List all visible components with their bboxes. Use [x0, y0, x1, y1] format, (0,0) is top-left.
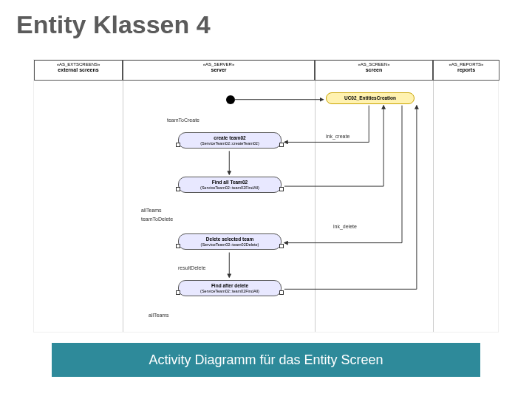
- label-team-to-create: teamToCreate: [167, 117, 200, 123]
- lane-stereo: «AS_REPORTS»: [434, 62, 499, 67]
- label-lnk-delete: lnk_delete: [333, 224, 357, 229]
- swimlane-header-row: «AS_EXTSCREENS» external screens «AS_SER…: [34, 60, 498, 82]
- activity-name: Find all Team02: [182, 180, 278, 185]
- slide-title: Entity Klassen 4: [16, 10, 211, 39]
- pin-icon: [279, 290, 284, 295]
- activity-find-after-delete: Find after delete (ServiceTeam02::team02…: [178, 280, 282, 296]
- activity-create-team: create team02 (ServiceTeam02::createTeam…: [178, 132, 282, 149]
- activity-uc-entities: UC02_EntitiesCreation: [326, 92, 415, 104]
- lane-name: screen: [316, 67, 432, 73]
- lane-external-screens: «AS_EXTSCREENS» external screens: [34, 60, 123, 81]
- activity-desc: (ServiceTeam02::team02FindAll): [182, 289, 278, 294]
- lane-server: «AS_SERVER» server: [123, 60, 315, 81]
- caption-text: Activity Diagramm für das Entity Screen: [149, 352, 383, 367]
- activity-find-all: Find all Team02 (ServiceTeam02::team02Fi…: [178, 177, 282, 193]
- activity-diagram: «AS_EXTSCREENS» external screens «AS_SER…: [33, 59, 499, 332]
- pin-icon: [176, 244, 180, 248]
- pin-icon: [279, 187, 284, 191]
- pin-icon: [176, 143, 180, 147]
- activity-name: Delete selected team: [182, 236, 278, 242]
- activity-name: UC02_EntitiesCreation: [330, 95, 411, 101]
- lane-divider: [123, 81, 123, 332]
- activity-desc: (ServiceTeam02::createTeam02): [182, 141, 278, 146]
- lane-stereo: «AS_SCREEN»: [316, 62, 432, 67]
- lane-divider: [315, 81, 316, 332]
- lane-reports: «AS_REPORTS» reports: [433, 60, 499, 81]
- lane-stereo: «AS_SERVER»: [123, 62, 314, 67]
- pin-icon: [279, 143, 284, 147]
- label-lnk-create: lnk_create: [326, 134, 349, 139]
- lane-name: server: [123, 67, 314, 73]
- label-result-delete: resultDelete: [178, 265, 205, 270]
- lane-name: external screens: [35, 67, 122, 73]
- label-all-teams: allTeams: [141, 208, 162, 213]
- pin-icon: [176, 187, 180, 191]
- label-team-to-delete: teamToDelete: [141, 216, 173, 222]
- lane-divider: [433, 81, 434, 332]
- lane-name: reports: [434, 67, 499, 73]
- activity-desc: (ServiceTeam02::team02Delete): [182, 242, 278, 248]
- caption-bar: Activity Diagramm für das Entity Screen: [52, 343, 480, 377]
- lane-screen: «AS_SCREEN» screen: [315, 60, 433, 81]
- lane-stereo: «AS_EXTSCREENS»: [35, 62, 122, 67]
- activity-delete-selected: Delete selected team (ServiceTeam02::tea…: [178, 233, 282, 250]
- label-all-teams-2: allTeams: [149, 313, 169, 318]
- initial-node-icon: [226, 95, 235, 104]
- activity-desc: (ServiceTeam02::team02FindAll): [182, 185, 278, 191]
- activity-name: create team02: [182, 135, 278, 141]
- pin-icon: [176, 290, 180, 295]
- slide: Entity Klassen 4 «AS_EXTSCREENS» externa…: [0, 0, 532, 399]
- pin-icon: [279, 244, 284, 248]
- activity-name: Find after delete: [182, 283, 278, 289]
